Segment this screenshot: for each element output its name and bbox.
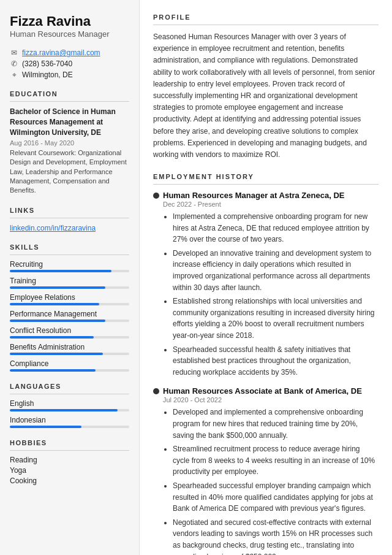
links-title: LINKS: [10, 207, 129, 214]
job-date: Dec 2022 - Present: [163, 201, 379, 208]
lang-bar-fill: [10, 409, 118, 411]
email-icon: ✉: [10, 48, 18, 57]
skill-bar-bg: [10, 286, 129, 289]
languages-title: LANGUAGES: [10, 383, 129, 390]
job-title: Human Resources Manager at Astra Zeneca,…: [163, 191, 344, 200]
skills-title: SKILLS: [10, 243, 129, 251]
lang-bar-bg: [10, 409, 129, 411]
bullet: Established strong relationships with lo…: [173, 296, 379, 341]
bullet: Developed and implemented a comprehensiv…: [173, 407, 379, 441]
bullet: Spearheaded successful employer branding…: [173, 480, 379, 515]
candidate-name: Fizza Ravina: [10, 13, 129, 29]
links-section: LINKS linkedin.com/in/fizzaravina: [10, 207, 129, 232]
location-icon: ⌖: [10, 71, 18, 79]
bullet: Negotiated and secured cost-effective co…: [173, 517, 379, 555]
job-dot: [153, 388, 159, 394]
coursework-label: Relevant Coursework:: [10, 149, 76, 156]
skill-label: Benefits Administration: [10, 343, 129, 351]
linkedin-link-item: linkedin.com/in/fizzaravina: [10, 223, 129, 232]
skill-compliance: Compliance: [10, 359, 129, 372]
edu-degree: Bachelor of Science in Human Resources M…: [10, 107, 129, 137]
hobby-reading: Reading: [10, 456, 129, 464]
job-date: Jul 2020 - Oct 2022: [163, 396, 379, 404]
hobbies-section: HOBBIES Reading Yoga Cooking: [10, 439, 129, 485]
email-link[interactable]: fizza.ravina@gmail.com: [22, 48, 100, 57]
skills-section: SKILLS Recruiting Training Employee Rela…: [10, 243, 129, 372]
phone-number: (328) 536-7040: [22, 59, 72, 68]
lang-label: English: [10, 399, 129, 408]
skill-employee-relations: Employee Relations: [10, 293, 129, 305]
lang-bar-fill: [10, 426, 81, 428]
skill-label: Performance Management: [10, 310, 129, 318]
profile-text: Seasoned Human Resources Manager with ov…: [153, 31, 379, 161]
phone-icon: ✆: [10, 59, 18, 68]
employment-title: EMPLOYMENT HISTORY: [153, 173, 379, 180]
profile-section: PROFILE Seasoned Human Resources Manager…: [153, 13, 379, 161]
hobby-yoga: Yoga: [10, 466, 129, 475]
skill-training: Training: [10, 277, 129, 289]
skill-conflict-resolution: Conflict Resolution: [10, 326, 129, 339]
bullet: Spearheaded successful health & safety i…: [173, 344, 379, 378]
skill-benefits-admin: Benefits Administration: [10, 343, 129, 355]
skill-bar-fill: [10, 303, 99, 305]
skill-recruiting: Recruiting: [10, 260, 129, 272]
employment-section: EMPLOYMENT HISTORY Human Resources Manag…: [153, 173, 379, 555]
languages-section: LANGUAGES English Indonesian: [10, 383, 129, 428]
skill-performance-management: Performance Management: [10, 310, 129, 322]
lang-indonesian: Indonesian: [10, 416, 129, 428]
job-entry-1: Human Resources Manager at Astra Zeneca,…: [153, 191, 379, 378]
skill-label: Recruiting: [10, 260, 129, 269]
skill-bar-fill: [10, 286, 105, 289]
edu-date: Aug 2016 - May 2020: [10, 139, 129, 147]
skill-label: Conflict Resolution: [10, 326, 129, 335]
job-dot: [153, 193, 159, 199]
linkedin-link[interactable]: linkedin.com/in/fizzaravina: [10, 224, 96, 232]
location-text: Wilmington, DE: [22, 71, 73, 79]
skill-bar-bg: [10, 320, 129, 322]
skill-bar-bg: [10, 270, 129, 272]
skill-bar-fill: [10, 320, 105, 322]
edu-coursework: Relevant Coursework: Organizational Desi…: [10, 148, 129, 196]
bullet: Streamlined recruitment process to reduc…: [173, 443, 379, 478]
skill-label: Employee Relations: [10, 293, 129, 302]
job-bullets-2: Developed and implemented a comprehensiv…: [163, 407, 379, 555]
lang-label: Indonesian: [10, 416, 129, 424]
job-title: Human Resources Associate at Bank of Ame…: [163, 386, 362, 396]
candidate-title: Human Resources Manager: [10, 29, 129, 39]
skill-bar-bg: [10, 353, 129, 355]
skill-bar-fill: [10, 336, 94, 339]
bullet: Developed an innovative training and dev…: [173, 248, 379, 293]
lang-english: English: [10, 399, 129, 411]
job-bullets-1: Implemented a comprehensive onboarding p…: [163, 211, 379, 378]
skill-bar-bg: [10, 303, 129, 305]
contact-section: ✉ fizza.ravina@gmail.com ✆ (328) 536-704…: [10, 48, 129, 79]
skill-bar-fill: [10, 270, 111, 272]
skill-bar-bg: [10, 336, 129, 339]
education-section: EDUCATION Bachelor of Science in Human R…: [10, 90, 129, 195]
job-entry-2: Human Resources Associate at Bank of Ame…: [153, 386, 379, 555]
profile-title: PROFILE: [153, 13, 379, 21]
skill-bar-fill: [10, 353, 103, 355]
skill-bar-fill: [10, 369, 96, 372]
education-title: EDUCATION: [10, 90, 129, 98]
lang-bar-bg: [10, 426, 129, 428]
skill-bar-bg: [10, 369, 129, 372]
skill-label: Compliance: [10, 359, 129, 368]
bullet: Implemented a comprehensive onboarding p…: [173, 211, 379, 245]
hobbies-title: HOBBIES: [10, 439, 129, 446]
skill-label: Training: [10, 277, 129, 285]
hobby-cooking: Cooking: [10, 477, 129, 485]
